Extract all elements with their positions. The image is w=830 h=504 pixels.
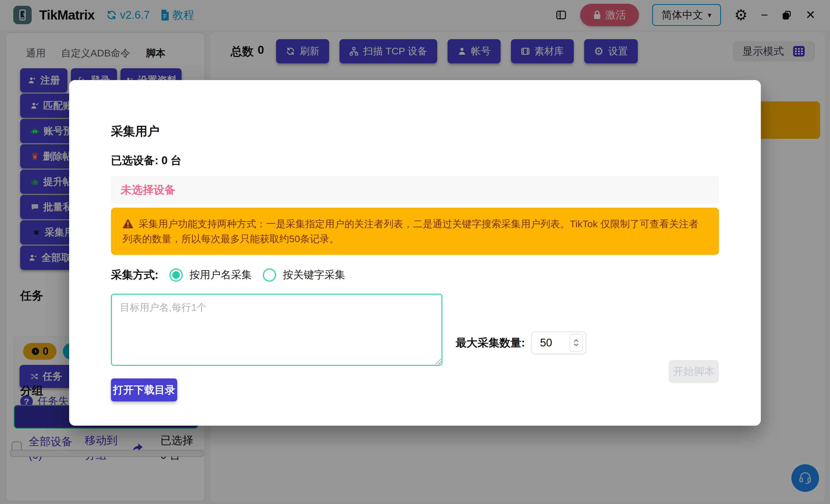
max-count-label: 最大采集数量: <box>456 336 525 350</box>
max-count-input-box <box>532 332 586 354</box>
warning-banner: 采集用户功能支持两种方式：一是采集指定用户的关注者列表，二是通过关键字搜索采集用… <box>111 208 719 255</box>
no-device-label: 未选择设备 <box>121 182 175 197</box>
scrape-users-modal: 采集用户 已选设备: 0 台 未选择设备 采集用户功能支持两种方式：一是采集指定… <box>69 80 761 426</box>
method-label: 采集方式: <box>111 268 159 282</box>
max-count-input[interactable] <box>540 337 569 349</box>
radio-by-username-label[interactable]: 按用户名采集 <box>190 268 252 282</box>
radio-by-keyword-label[interactable]: 按关键字采集 <box>283 268 345 282</box>
radio-by-keyword[interactable] <box>263 268 276 282</box>
open-download-dir-button[interactable]: 打开下载目录 <box>111 378 177 401</box>
warning-text: 采集用户功能支持两种方式：一是采集指定用户的关注者列表，二是通过关键字搜索采集用… <box>123 218 698 244</box>
start-script-button[interactable]: 开始脚本 <box>669 360 719 383</box>
target-users-input[interactable] <box>111 294 442 366</box>
method-row: 采集方式: 按用户名采集 按关键字采集 <box>111 268 719 282</box>
selected-devices-label: 已选设备: 0 台 <box>111 153 719 168</box>
radio-by-username[interactable] <box>169 268 183 282</box>
modal-title: 采集用户 <box>111 123 719 139</box>
warning-icon <box>123 219 133 228</box>
device-status-box: 未选择设备 <box>111 176 719 204</box>
max-count-group: 最大采集数量: <box>456 320 586 366</box>
number-stepper[interactable] <box>570 334 583 351</box>
